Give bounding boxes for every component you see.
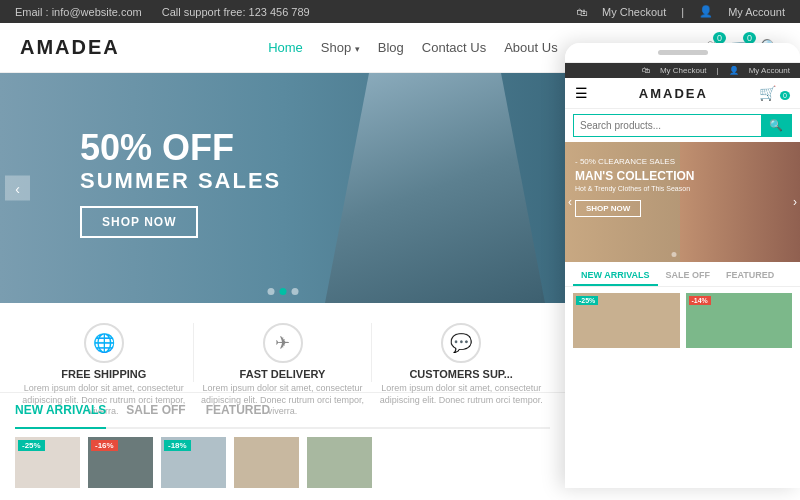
mobile-account-icon: 👤 [729, 66, 739, 75]
top-bar-left: Email : info@website.com Call support fr… [15, 6, 310, 18]
feature-shipping: 🌐 FREE SHIPPING Lorem ipsum dolor sit am… [15, 323, 194, 382]
desktop-panel: 50% OFF SUMMER SALES SHOP NOW ‹ 🌐 FREE S… [0, 73, 565, 488]
product-item-4[interactable] [234, 437, 299, 488]
mobile-menu-icon[interactable]: ☰ [575, 85, 588, 101]
mobile-header: ☰ AMADEA 🛒 0 [565, 78, 800, 109]
hero-dots [267, 288, 298, 295]
features-strip: 🌐 FREE SHIPPING Lorem ipsum dolor sit am… [0, 303, 565, 393]
nav-blog[interactable]: Blog [378, 40, 404, 55]
separator: | [681, 6, 684, 18]
feature-delivery: ✈ FAST DELIVERY Lorem ipsum dolor sit am… [194, 323, 373, 382]
mobile-product-img-2: -14% [686, 293, 793, 348]
account-link[interactable]: My Account [728, 6, 785, 18]
hero-text: 50% OFF SUMMER SALES SHOP NOW [80, 128, 281, 238]
hero-subtitle: SUMMER SALES [80, 168, 281, 194]
feature-support: 💬 CUSTOMERS SUP... Lorem ipsum dolor sit… [372, 323, 550, 382]
globe-icon: 🌐 [84, 323, 124, 363]
mobile-tabs: NEW ARRIVALS SALE OFF FEATURED [565, 262, 800, 287]
product-badge-3: -18% [164, 440, 191, 451]
top-bar-right: 🛍 My Checkout | 👤 My Account [576, 5, 785, 18]
hero-cta-button[interactable]: SHOP NOW [80, 206, 198, 238]
mobile-collection-sub: Hot & Trendy Clothes of This Season [575, 185, 695, 192]
chat-icon: 💬 [441, 323, 481, 363]
mobile-hero-prev[interactable]: ‹ [568, 195, 572, 209]
mobile-clearance-text: - 50% CLEARANCE SALES [575, 157, 695, 166]
main-content: 50% OFF SUMMER SALES SHOP NOW ‹ 🌐 FREE S… [0, 73, 800, 488]
mobile-separator: | [717, 66, 719, 75]
mobile-cart-badge: 0 [780, 91, 790, 100]
mobile-hero: - 50% CLEARANCE SALES MAN'S COLLECTION H… [565, 142, 800, 262]
mobile-collection-title: MAN'S COLLECTION [575, 169, 695, 183]
mobile-notch [658, 50, 708, 55]
hero-dot-1[interactable] [267, 288, 274, 295]
top-bar: Email : info@website.com Call support fr… [0, 0, 800, 23]
mobile-tab-featured[interactable]: FEATURED [718, 267, 782, 286]
checkout-link[interactable]: My Checkout [602, 6, 666, 18]
checkout-icon: 🛍 [576, 6, 587, 18]
mobile-tab-new-arrivals[interactable]: NEW ARRIVALS [573, 267, 658, 286]
mobile-dot-1[interactable] [671, 252, 676, 257]
mobile-hero-cta[interactable]: SHOP NOW [575, 200, 641, 217]
hero-section: 50% OFF SUMMER SALES SHOP NOW ‹ [0, 73, 565, 303]
mobile-product-1[interactable]: -25% [573, 293, 680, 348]
mobile-checkout[interactable]: My Checkout [660, 66, 707, 75]
feature-shipping-title: FREE SHIPPING [20, 368, 188, 380]
mobile-logo: AMADEA [639, 86, 708, 101]
mobile-product-img-1: -25% [573, 293, 680, 348]
mobile-product-badge-1: -25% [576, 296, 598, 305]
phone-info: Call support free: 123 456 789 [162, 6, 310, 18]
mobile-products: -25% -14% [565, 287, 800, 354]
mobile-panel: 🛍 My Checkout | 👤 My Account ☰ AMADEA 🛒 … [565, 43, 800, 488]
plane-icon: ✈ [263, 323, 303, 363]
hero-dot-2[interactable] [279, 288, 286, 295]
mobile-cart-icon: 🛒 [759, 85, 776, 101]
nav-about[interactable]: About Us [504, 40, 557, 55]
mobile-top-bar: 🛍 My Checkout | 👤 My Account [565, 63, 800, 78]
mobile-checkout-icon: 🛍 [642, 66, 650, 75]
nav-home[interactable]: Home [268, 40, 303, 55]
hero-dot-3[interactable] [291, 288, 298, 295]
account-icon: 👤 [699, 5, 713, 18]
mobile-hero-text: - 50% CLEARANCE SALES MAN'S COLLECTION H… [575, 157, 695, 217]
hero-prev-arrow[interactable]: ‹ [5, 176, 30, 201]
mobile-hero-next[interactable]: › [793, 195, 797, 209]
product-item-1[interactable]: -25% [15, 437, 80, 488]
mobile-search-input[interactable] [574, 115, 761, 136]
mobile-cart-area[interactable]: 🛒 0 [759, 84, 790, 102]
product-grid: -25% -16% -18% [15, 437, 550, 488]
feature-delivery-title: FAST DELIVERY [199, 368, 367, 380]
product-badge-1: -25% [18, 440, 45, 451]
nav-shop[interactable]: Shop ▾ [321, 40, 360, 55]
tab-featured[interactable]: FEATURED [206, 403, 270, 421]
feature-support-title: CUSTOMERS SUP... [377, 368, 545, 380]
product-item-2[interactable]: -16% [88, 437, 153, 488]
mobile-search-bar[interactable]: 🔍 [573, 114, 792, 137]
email-info: Email : info@website.com [15, 6, 142, 18]
tab-new-arrivals[interactable]: NEW ARRIVALS [15, 403, 106, 429]
nav-contact[interactable]: Contact Us [422, 40, 486, 55]
mobile-tab-sale-off[interactable]: SALE OFF [658, 267, 719, 286]
mobile-notch-area [565, 43, 800, 63]
hero-figure-bg [325, 73, 545, 303]
feature-support-desc: Lorem ipsum dolor sit amet, consectetur … [377, 383, 545, 406]
mobile-product-badge-2: -14% [689, 296, 711, 305]
hero-percent: 50% OFF [80, 128, 281, 168]
site-logo: AMADEA [20, 36, 120, 59]
mobile-search-button[interactable]: 🔍 [761, 115, 791, 136]
tab-sale-off[interactable]: SALE OFF [126, 403, 185, 421]
chevron-down-icon: ▾ [355, 44, 360, 54]
mobile-product-2[interactable]: -14% [686, 293, 793, 348]
main-nav: Home Shop ▾ Blog Contact Us About Us [268, 40, 558, 55]
mobile-account[interactable]: My Account [749, 66, 790, 75]
product-item-3[interactable]: -18% [161, 437, 226, 488]
product-item-5[interactable] [307, 437, 372, 488]
product-badge-2: -16% [91, 440, 118, 451]
